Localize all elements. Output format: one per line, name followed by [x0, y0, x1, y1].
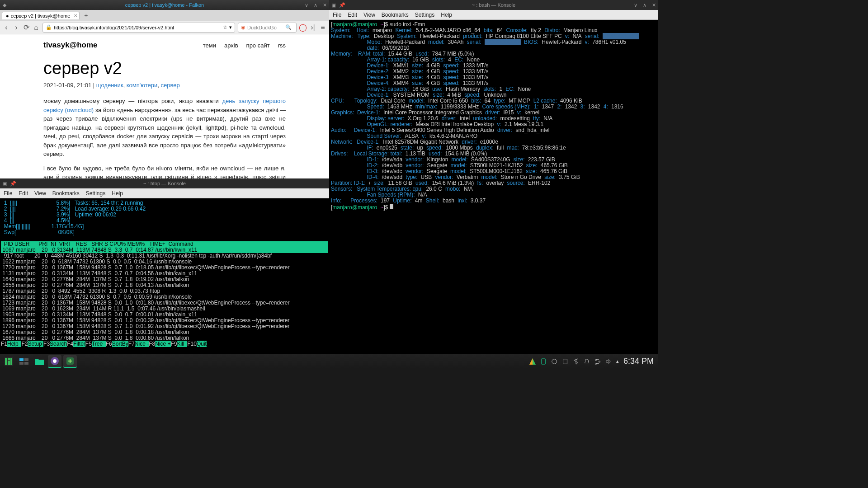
htop-rows[interactable]: 917 root 20 0 448M 45160 30412 S 1.3 0.3… [1, 253, 289, 341]
home-button[interactable]: ⌂ [33, 24, 40, 31]
svg-point-13 [552, 359, 557, 364]
network-icon[interactable] [594, 358, 601, 365]
menu-bar: File Edit View Bookmarks Settings Help [329, 10, 658, 20]
htop-function-keys[interactable]: F1Help F2Setup F3SearchF4FilterF5Tree F6… [1, 341, 207, 347]
svg-rect-5 [19, 358, 24, 361]
svg-rect-3 [8, 361, 10, 365]
nav-archive[interactable]: архів [224, 42, 238, 49]
menu-edit[interactable]: Edit [19, 190, 28, 197]
post-body: моєму домашньому серверу — півтора роки,… [43, 97, 286, 178]
nav-about[interactable]: про сайт [246, 42, 270, 49]
close-icon[interactable]: ✕ [322, 2, 327, 8]
clock[interactable]: 6:34 PM [623, 357, 654, 366]
volume-icon[interactable] [605, 358, 612, 365]
window-title: сервер v2 | tivasyk@home - Falkon [125, 2, 204, 8]
minimize-icon[interactable]: ∨ [633, 2, 638, 8]
menu-edit[interactable]: Edit [348, 12, 357, 18]
package-icon [66, 357, 75, 366]
konsole-icon: ▣ [2, 181, 7, 187]
favicon-icon: ● [6, 13, 9, 19]
search-field[interactable]: ◉ 🔍 [238, 23, 297, 33]
address-bar: ‹ › ⟳ ⌂ 🔒 ☆ ▾ ◉ 🔍 ◯ ›| ≡ [0, 21, 329, 34]
virtual-desktops-button[interactable] [17, 355, 31, 368]
reload-button[interactable]: ⟳ [23, 24, 30, 31]
lock-icon: 🔒 [46, 24, 52, 30]
falkon-task-button[interactable] [48, 355, 61, 368]
bluetooth-icon[interactable] [573, 358, 579, 365]
menu-bar: File Edit View Bookmarks Settings Help [0, 188, 329, 198]
svg-rect-14 [563, 359, 567, 364]
taskbar: ▴ 6:34 PM [0, 354, 658, 369]
notifications-icon[interactable] [584, 358, 590, 365]
usb-icon[interactable] [540, 358, 547, 365]
tag-link[interactable]: комп'ютери [127, 82, 158, 89]
forward-button[interactable]: › [13, 24, 20, 31]
software-task-button[interactable] [63, 355, 77, 368]
htop-titlebar[interactable]: ▣ 📌 ~ : htop — Konsole [0, 178, 329, 188]
minimize-icon[interactable]: ∨ [304, 2, 309, 8]
tray-expand-icon[interactable]: ▴ [616, 358, 619, 364]
tag-link[interactable]: сервер [160, 82, 179, 89]
clipboard-icon[interactable] [562, 358, 568, 365]
keyboard-icon[interactable] [551, 358, 557, 365]
nav-rss[interactable]: rss [278, 42, 286, 49]
close-icon[interactable]: ✕ [651, 2, 656, 8]
menu-file[interactable]: File [333, 12, 341, 18]
new-tab-button[interactable]: + [82, 12, 90, 19]
menu-settings[interactable]: Settings [86, 190, 105, 197]
htop-terminal[interactable]: 1 [|||| 5.8%] Tasks: 65, 154 thr; 2 runn… [0, 198, 329, 354]
menu-settings[interactable]: Settings [415, 12, 434, 18]
duckduckgo-icon: ◉ [241, 24, 245, 30]
svg-rect-8 [24, 362, 28, 365]
falkon-titlebar[interactable]: ◆ сервер v2 | tivasyk@home - Falkon ∨ ∧ … [0, 0, 329, 10]
sidebar-icon[interactable]: ›| [309, 24, 316, 31]
folder-icon [35, 358, 44, 365]
adblock-icon[interactable]: ◯ [299, 24, 307, 31]
page-content: tivasyk@home теми архів про сайт rss сер… [0, 34, 329, 178]
cursor [390, 204, 393, 209]
htop-meters: 1 [|||| 5.8%] Tasks: 65, 154 thr; 2 runn… [1, 200, 146, 235]
url-field[interactable]: 🔒 ☆ ▾ [42, 23, 235, 33]
svg-rect-4 [10, 358, 12, 365]
menu-bookmarks[interactable]: Bookmarks [52, 190, 80, 197]
bookmark-icon[interactable]: ☆ [223, 24, 227, 30]
url-input[interactable] [54, 25, 221, 30]
start-menu-button[interactable] [2, 355, 15, 368]
tag-link[interactable]: щоденник [96, 82, 123, 89]
htop-konsole-window: ▣ 📌 ~ : htop — Konsole File Edit View Bo… [0, 178, 329, 354]
falkon-window: ◆ сервер v2 | tivasyk@home - Falkon ∨ ∧ … [0, 0, 329, 178]
menu-view[interactable]: View [34, 190, 46, 197]
updates-icon[interactable] [529, 358, 536, 365]
menu-view[interactable]: View [363, 12, 375, 18]
falkon-app-icon [50, 357, 59, 366]
svg-rect-6 [24, 358, 28, 361]
inxi-titlebar[interactable]: ▣ 📌 ~ : bash — Konsole ∨ ∧ ✕ [329, 0, 658, 10]
pin-icon[interactable]: 📌 [10, 181, 15, 187]
maximize-icon[interactable]: ∧ [313, 2, 318, 8]
menu-bookmarks[interactable]: Bookmarks [382, 12, 409, 18]
nav-themes[interactable]: теми [203, 42, 216, 49]
back-button[interactable]: ‹ [3, 24, 10, 31]
menu-icon[interactable]: ≡ [319, 24, 326, 31]
search-icon[interactable]: 🔍 [285, 24, 292, 30]
svg-rect-1 [5, 358, 7, 365]
inxi-konsole-window: ▣ 📌 ~ : bash — Konsole ∨ ∧ ✕ File Edit V… [329, 0, 658, 354]
svg-rect-2 [8, 358, 10, 360]
pin-icon[interactable]: 📌 [339, 2, 344, 8]
file-manager-button[interactable] [33, 355, 46, 368]
inxi-terminal[interactable]: [manjaro@manjaro ~]$ sudo inxi -Fmn Syst… [329, 20, 658, 354]
menu-help[interactable]: Help [112, 190, 123, 197]
search-input[interactable] [247, 25, 283, 30]
chevron-down-icon[interactable]: ▾ [229, 24, 232, 30]
tab-close-icon[interactable]: ✕ [74, 13, 77, 18]
desktops-icon [19, 358, 28, 365]
svg-point-10 [53, 359, 57, 363]
manjaro-icon [5, 357, 13, 366]
site-nav: теми архів про сайт rss [203, 42, 286, 49]
site-title[interactable]: tivasyk@home [43, 41, 98, 50]
menu-help[interactable]: Help [441, 12, 452, 18]
menu-file[interactable]: File [4, 190, 12, 197]
maximize-icon[interactable]: ∧ [642, 2, 647, 8]
browser-tab[interactable]: ● сервер v2 | tivasyk@home ✕ [2, 12, 80, 19]
window-title: ~ : htop — Konsole [143, 181, 186, 186]
